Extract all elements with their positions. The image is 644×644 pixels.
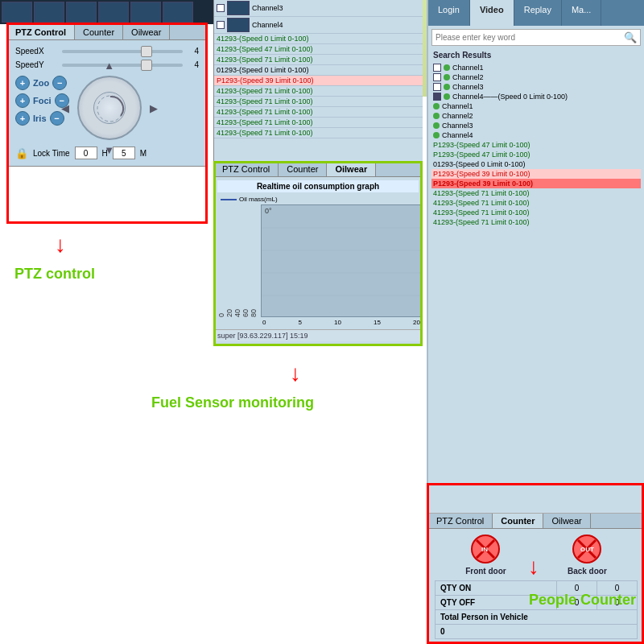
ch4-checkbox[interactable] xyxy=(217,21,225,29)
fuel-tab-bar: PTZ Control Counter Oilwear xyxy=(214,162,422,177)
lock-label: Lock Time xyxy=(33,149,70,158)
fuel-panel: PTZ Control Counter Oilwear Realtime oil… xyxy=(213,161,423,346)
video-thumb-3[interactable] xyxy=(66,2,97,23)
right-ch2[interactable]: Channel2 xyxy=(431,72,641,82)
pc-tab-counter[interactable]: Counter xyxy=(493,514,543,528)
video-thumb-2[interactable] xyxy=(34,2,64,23)
middle-item4[interactable]: 01293-(Speed 0 Limit 0-100) xyxy=(214,65,423,76)
ch3-name: Channel3 xyxy=(252,4,283,12)
middle-item10[interactable]: 41293-(Speed 71 Limit 0-100) xyxy=(214,128,423,138)
lock-m-input[interactable] xyxy=(113,147,135,159)
legend-label: Oil mass(mL) xyxy=(239,196,278,203)
joystick-inner xyxy=(93,92,126,124)
total-value: 0 xyxy=(436,625,638,639)
joystick-left-arrow[interactable]: ◀ xyxy=(61,102,69,114)
front-door-col: IN Front door xyxy=(465,534,506,576)
video-thumb-4[interactable] xyxy=(98,2,129,23)
middle-ch-channel4[interactable]: Channel4 xyxy=(214,17,423,34)
right-ch1[interactable]: Channel1 xyxy=(431,63,641,72)
middle-item3[interactable]: 41293-(Speed 71 Limit 0-100) xyxy=(214,55,423,65)
right-normal1[interactable]: 01293-(Speed 0 Limit 0-100) xyxy=(431,159,641,169)
ch3-checkbox[interactable] xyxy=(217,4,225,12)
joystick-up-arrow[interactable]: ▲ xyxy=(104,60,114,72)
middle-item7[interactable]: 41293-(Speed 71 Limit 0-100) xyxy=(214,97,423,107)
rsub1-dot xyxy=(433,103,440,109)
svg-text:IN: IN xyxy=(481,546,488,553)
rch3-check[interactable] xyxy=(433,83,441,91)
right-green3[interactable]: 41293-(Speed 71 Limit 0-100) xyxy=(431,188,641,198)
middle-item9[interactable]: 41293-(Speed 71 Limit 0-100) xyxy=(214,118,423,128)
pc-content: IN Front door OUT Back door xyxy=(428,529,644,644)
legend-line xyxy=(221,199,237,200)
right-sub3[interactable]: Channel3 xyxy=(431,121,641,130)
middle-ch-channel3[interactable]: Channel3 xyxy=(214,0,423,17)
search-icon[interactable]: 🔍 xyxy=(624,31,637,43)
video-thumb-5[interactable] xyxy=(130,2,161,23)
right-green1[interactable]: P1293-(Speed 47 Limit 0-100) xyxy=(431,140,641,150)
nav-replay[interactable]: Replay xyxy=(514,0,562,26)
front-door-icon: IN xyxy=(470,534,501,564)
iris-plus-btn[interactable]: + xyxy=(15,111,30,126)
video-thumb-1[interactable] xyxy=(2,2,32,23)
fuel-tab-counter[interactable]: Counter xyxy=(279,162,327,176)
joystick-down-arrow[interactable]: ▼ xyxy=(104,144,114,156)
focus-plus-btn[interactable]: + xyxy=(15,93,30,108)
right-red2[interactable]: P1293-(Speed 39 Limit 0-100) xyxy=(431,179,641,188)
tab-ptz[interactable]: PTZ Control xyxy=(7,25,75,39)
ptz-tab-bar: PTZ Control Counter Oilwear xyxy=(7,25,207,40)
graph-canvas: 0° xyxy=(261,204,422,317)
zoom-minus-btn[interactable]: − xyxy=(52,76,67,90)
middle-item6[interactable]: 41293-(Speed 71 Limit 0-100) xyxy=(214,86,423,97)
tab-oilwear[interactable]: Oilwear xyxy=(123,25,170,39)
nav-tabs: Login Video Replay Ma... xyxy=(428,0,644,26)
rch2-label: Channel2 xyxy=(452,73,484,81)
people-counter-table: QTY ON 0 0 QTY OFF 0 0 Total Person in V… xyxy=(435,580,638,639)
rch3-label: Channel3 xyxy=(452,83,484,91)
tab-counter[interactable]: Counter xyxy=(75,25,123,39)
middle-item8[interactable]: 41293-(Speed 71 Limit 0-100) xyxy=(214,107,423,118)
right-green6[interactable]: 41293-(Speed 71 Limit 0-100) xyxy=(431,217,641,227)
pc-tab-oilwear[interactable]: Oilwear xyxy=(543,514,590,528)
lock-h-input[interactable] xyxy=(75,147,97,159)
speedx-track[interactable] xyxy=(62,50,183,53)
nav-map[interactable]: Ma... xyxy=(562,0,601,26)
right-sub4[interactable]: Channel4 xyxy=(431,130,641,140)
rsub3-dot xyxy=(433,122,440,129)
focus-label: Foci xyxy=(33,96,52,105)
zoom-plus-btn[interactable]: + xyxy=(15,76,30,90)
right-panel: Login Video Replay Ma... 🔍 Search Result… xyxy=(427,0,644,644)
middle-item2[interactable]: 41293-(Speed 47 Limit 0-100) xyxy=(214,44,423,55)
video-thumb-6[interactable] xyxy=(163,2,193,23)
rch3-dot xyxy=(444,84,450,90)
rch4-check[interactable] xyxy=(433,93,441,101)
nav-login[interactable]: Login xyxy=(428,0,470,26)
pc-tab-ptz[interactable]: PTZ Control xyxy=(428,514,493,528)
speedy-thumb[interactable] xyxy=(141,60,152,71)
fuel-tab-ptz[interactable]: PTZ Control xyxy=(214,162,279,176)
speedy-track[interactable] xyxy=(62,64,183,67)
right-ch4[interactable]: Channel4——(Speed 0 Limit 0-100) xyxy=(431,92,641,101)
right-sub2[interactable]: Channel2 xyxy=(431,111,641,121)
svg-text:OUT: OUT xyxy=(580,546,594,553)
ptz-content: SpeedX 4 SpeedY 4 + Zoo − + xyxy=(7,40,207,166)
middle-item5[interactable]: P1293-(Speed 39 Limit 0-100) xyxy=(214,76,423,86)
ptz-controls: + Zoo − + Foci − + Iris − ▲ ▼ xyxy=(15,76,199,140)
ptz-joystick[interactable]: ▲ ▼ ◀ ▶ xyxy=(77,76,142,140)
right-green5[interactable]: 41293-(Speed 71 Limit 0-100) xyxy=(431,208,641,217)
fuel-label: Fuel Sensor monitoring xyxy=(151,394,314,411)
right-red1[interactable]: P1293-(Speed 39 Limit 0-100) xyxy=(431,169,641,179)
middle-item1[interactable]: 41293-(Speed 0 Limit 0-100) xyxy=(214,34,423,44)
right-sub1[interactable]: Channel1 xyxy=(431,101,641,111)
search-input[interactable] xyxy=(436,33,624,42)
fuel-tab-oilwear[interactable]: Oilwear xyxy=(327,162,376,176)
right-green2[interactable]: P1293-(Speed 47 Limit 0-100) xyxy=(431,150,641,159)
joystick-right-arrow[interactable]: ▶ xyxy=(150,102,158,114)
right-green4[interactable]: 41293-(Speed 71 Limit 0-100) xyxy=(431,198,641,208)
ch3-thumb xyxy=(227,1,250,15)
right-ch3[interactable]: Channel3 xyxy=(431,82,641,92)
speedx-thumb[interactable] xyxy=(141,46,152,57)
nav-video[interactable]: Video xyxy=(470,0,514,26)
video-strip-top xyxy=(0,0,213,24)
rch1-check[interactable] xyxy=(433,64,441,72)
rch2-check[interactable] xyxy=(433,73,441,81)
